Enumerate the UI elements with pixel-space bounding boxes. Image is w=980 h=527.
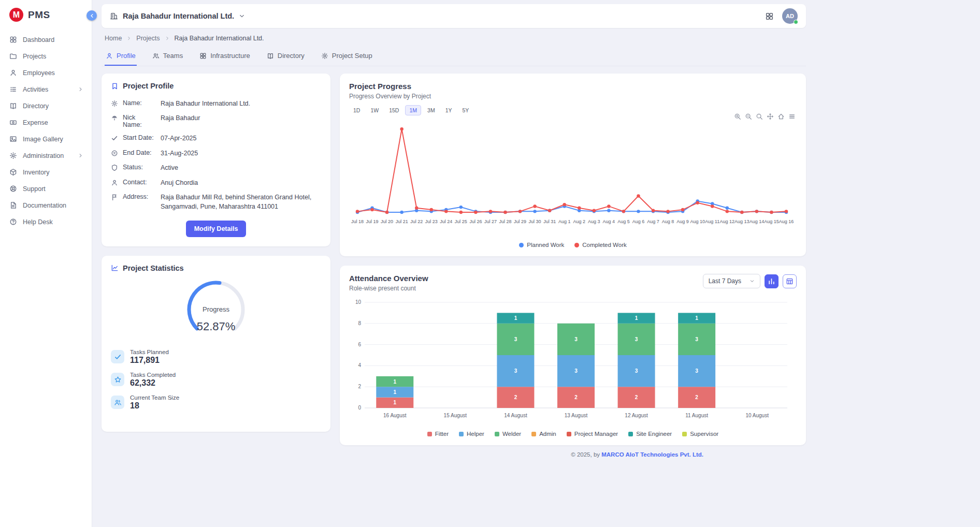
person-icon xyxy=(106,52,113,60)
pan-icon[interactable] xyxy=(767,113,774,120)
avatar-initials: AD xyxy=(786,13,794,19)
svg-text:Jul 20: Jul 20 xyxy=(381,219,393,224)
svg-text:Aug 12: Aug 12 xyxy=(720,219,735,224)
time-range-pill[interactable]: 1M xyxy=(405,105,421,115)
field-start-date: Start Date:07-Apr-2025 xyxy=(111,131,321,147)
brand[interactable]: M PMS xyxy=(0,0,92,30)
svg-text:8: 8 xyxy=(358,320,361,326)
apps-menu-button[interactable] xyxy=(765,12,774,21)
chart-view-button[interactable] xyxy=(765,274,779,288)
sidebar-item-dashboard[interactable]: Dashboard xyxy=(0,32,92,47)
legend-item[interactable]: Helper xyxy=(459,431,484,437)
sidebar-item-directory[interactable]: Directory xyxy=(0,98,92,113)
attendance-title: Attendance Overview xyxy=(349,274,428,283)
svg-text:Aug 9: Aug 9 xyxy=(676,219,689,224)
attendance-bar-chart[interactable]: 024681016 August15 August14 August13 Aug… xyxy=(349,297,795,428)
legend-item[interactable]: Fitter xyxy=(427,431,449,437)
field-label: Status: xyxy=(123,164,156,171)
tab-profile[interactable]: Profile xyxy=(105,48,137,66)
svg-text:Aug 16: Aug 16 xyxy=(779,219,794,224)
svg-text:Aug 14: Aug 14 xyxy=(750,219,765,224)
field-contact: Contact:Anuj Chordia xyxy=(111,175,321,191)
stat-icon-box xyxy=(111,373,124,386)
magnifier-icon[interactable] xyxy=(756,113,763,120)
stat-tasks-completed: Tasks Completed62,332 xyxy=(111,372,321,388)
legend-item[interactable]: Planned Work xyxy=(519,242,564,248)
legend-label: Planned Work xyxy=(527,242,564,248)
sidebar-item-inventory[interactable]: Inventory xyxy=(0,165,92,180)
tab-directory[interactable]: Directory xyxy=(266,48,306,66)
dashboard-icon xyxy=(9,36,17,43)
sidebar-item-help-desk[interactable]: Help Desk xyxy=(0,214,92,229)
attendance-controls: Last 7 Days xyxy=(703,274,797,288)
time-range-pill[interactable]: 1D xyxy=(349,105,364,115)
table-view-button[interactable] xyxy=(783,274,797,288)
sidebar-item-image-gallery[interactable]: Image Gallery xyxy=(0,131,92,147)
content-area: Raja Bahadur International Ltd. AD Home … xyxy=(92,0,980,527)
time-range-pill[interactable]: 5Y xyxy=(458,105,473,115)
breadcrumb-projects[interactable]: Projects xyxy=(136,35,160,42)
footer-copyright: © 2025, by xyxy=(571,451,601,458)
svg-text:Jul 25: Jul 25 xyxy=(455,219,467,224)
attendance-range-select[interactable]: Last 7 Days xyxy=(703,274,760,288)
legend-label: Completed Work xyxy=(582,242,626,248)
legend-item[interactable]: Welder xyxy=(495,431,521,437)
table-icon xyxy=(786,277,794,285)
svg-text:Aug 5: Aug 5 xyxy=(617,219,630,224)
modify-details-button[interactable]: Modify Details xyxy=(186,221,247,237)
stat-label: Current Team Size xyxy=(130,394,179,401)
progress-line-chart[interactable]: Jul 18Jul 19Jul 20Jul 21Jul 22Jul 23Jul … xyxy=(349,115,795,239)
company-selector[interactable]: Raja Bahadur International Ltd. xyxy=(110,12,245,20)
tab-project-setup[interactable]: Project Setup xyxy=(320,48,373,66)
sidebar-item-expense[interactable]: Expense xyxy=(0,115,92,130)
bar-chart-icon xyxy=(768,277,775,285)
sidebar-item-label: Employees xyxy=(23,69,55,77)
legend-swatch xyxy=(427,432,432,436)
svg-text:Aug 1: Aug 1 xyxy=(558,219,571,224)
sidebar-item-activities[interactable]: Activities xyxy=(0,82,92,97)
svg-text:Aug 7: Aug 7 xyxy=(647,219,659,224)
chevron-down-icon xyxy=(239,13,245,19)
legend-item[interactable]: Admin xyxy=(531,431,556,437)
menu-icon[interactable] xyxy=(788,113,796,120)
sidebar-item-employees[interactable]: Employees xyxy=(0,65,92,80)
zoom-in-icon[interactable] xyxy=(734,113,741,120)
legend-item[interactable]: Completed Work xyxy=(574,242,626,248)
tab-teams[interactable]: Teams xyxy=(151,48,184,66)
zoom-out-icon[interactable] xyxy=(745,113,752,120)
sidebar-collapse-button[interactable] xyxy=(87,10,97,21)
stat-team-size: Current Team Size18 xyxy=(111,394,321,411)
svg-text:Aug 13: Aug 13 xyxy=(734,219,750,224)
svg-text:Jul 29: Jul 29 xyxy=(514,219,526,224)
legend-swatch xyxy=(519,243,524,247)
legend-item[interactable]: Site Engineer xyxy=(628,431,672,437)
app-root: M PMS Dashboard Projects Employees Activ… xyxy=(0,0,980,527)
tab-label: Teams xyxy=(163,52,183,60)
legend-item[interactable]: Supervisor xyxy=(682,431,718,437)
sidebar-item-support[interactable]: Support xyxy=(0,181,92,196)
stat-value: 18 xyxy=(130,401,179,411)
time-range-pill[interactable]: 3M xyxy=(423,105,439,115)
progress-gauge: Progress 52.87% xyxy=(111,276,321,333)
tab-infrastructure[interactable]: Infrastructure xyxy=(198,48,251,66)
time-range-pill[interactable]: 1W xyxy=(366,105,383,115)
svg-text:Jul 19: Jul 19 xyxy=(366,219,379,224)
field-value: Raja Bahadur International Ltd. xyxy=(161,99,321,109)
svg-text:Aug 10: Aug 10 xyxy=(690,219,705,224)
footer: © 2025, by MARCO AIoT Technologies Pvt. … xyxy=(102,451,806,458)
user-avatar[interactable]: AD xyxy=(782,8,798,24)
stat-label: Tasks Completed xyxy=(130,372,176,378)
progress-chart-area[interactable]: Jul 18Jul 19Jul 20Jul 21Jul 22Jul 23Jul … xyxy=(349,115,797,241)
circle-x-icon xyxy=(111,150,118,157)
sidebar-item-projects[interactable]: Projects xyxy=(0,49,92,64)
breadcrumb-home[interactable]: Home xyxy=(105,35,122,42)
time-range-pill[interactable]: 1Y xyxy=(441,105,456,115)
sidebar-item-administration[interactable]: Administration xyxy=(0,148,92,163)
legend-item[interactable]: Project Manager xyxy=(567,431,618,437)
svg-text:0: 0 xyxy=(358,405,361,411)
time-range-pill[interactable]: 15D xyxy=(385,105,403,115)
image-icon xyxy=(9,135,17,143)
footer-company-link[interactable]: MARCO AIoT Technologies Pvt. Ltd. xyxy=(601,451,703,458)
home-reset-icon[interactable] xyxy=(777,113,785,120)
sidebar-item-documentation[interactable]: Documentation xyxy=(0,198,92,213)
